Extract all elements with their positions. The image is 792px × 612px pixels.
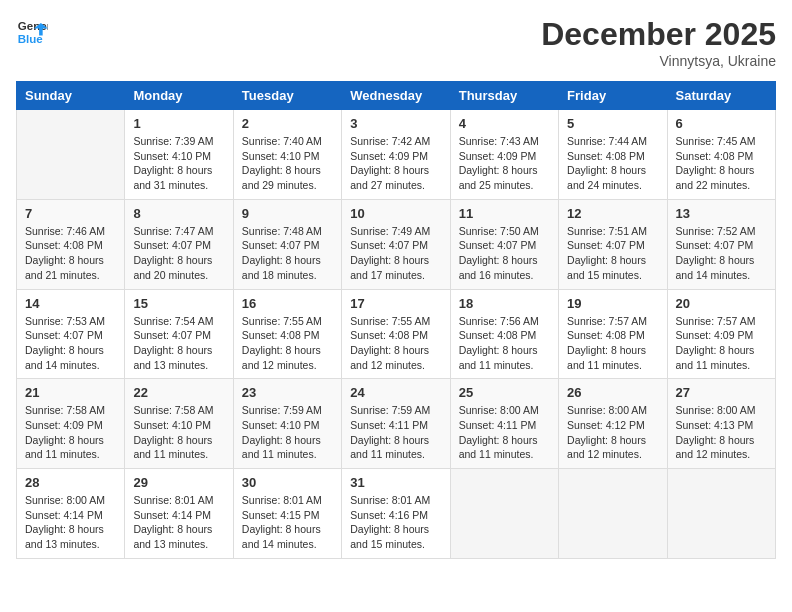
day-info: Sunrise: 7:53 AMSunset: 4:07 PMDaylight:… (25, 314, 116, 373)
day-info: Sunrise: 7:39 AMSunset: 4:10 PMDaylight:… (133, 134, 224, 193)
weekday-header-monday: Monday (125, 82, 233, 110)
calendar-cell: 14Sunrise: 7:53 AMSunset: 4:07 PMDayligh… (17, 289, 125, 379)
calendar-cell: 2Sunrise: 7:40 AMSunset: 4:10 PMDaylight… (233, 110, 341, 200)
day-number: 23 (242, 385, 333, 400)
day-info: Sunrise: 7:45 AMSunset: 4:08 PMDaylight:… (676, 134, 767, 193)
calendar-cell: 29Sunrise: 8:01 AMSunset: 4:14 PMDayligh… (125, 469, 233, 559)
day-info: Sunrise: 7:48 AMSunset: 4:07 PMDaylight:… (242, 224, 333, 283)
calendar-cell: 6Sunrise: 7:45 AMSunset: 4:08 PMDaylight… (667, 110, 775, 200)
calendar-cell: 5Sunrise: 7:44 AMSunset: 4:08 PMDaylight… (559, 110, 667, 200)
day-info: Sunrise: 7:43 AMSunset: 4:09 PMDaylight:… (459, 134, 550, 193)
calendar-cell: 15Sunrise: 7:54 AMSunset: 4:07 PMDayligh… (125, 289, 233, 379)
day-info: Sunrise: 7:58 AMSunset: 4:09 PMDaylight:… (25, 403, 116, 462)
calendar-cell: 20Sunrise: 7:57 AMSunset: 4:09 PMDayligh… (667, 289, 775, 379)
day-info: Sunrise: 7:57 AMSunset: 4:08 PMDaylight:… (567, 314, 658, 373)
day-number: 16 (242, 296, 333, 311)
day-number: 2 (242, 116, 333, 131)
day-number: 12 (567, 206, 658, 221)
week-row-2: 7Sunrise: 7:46 AMSunset: 4:08 PMDaylight… (17, 199, 776, 289)
day-info: Sunrise: 7:44 AMSunset: 4:08 PMDaylight:… (567, 134, 658, 193)
day-number: 14 (25, 296, 116, 311)
day-info: Sunrise: 7:40 AMSunset: 4:10 PMDaylight:… (242, 134, 333, 193)
day-number: 21 (25, 385, 116, 400)
day-info: Sunrise: 8:01 AMSunset: 4:16 PMDaylight:… (350, 493, 441, 552)
day-number: 15 (133, 296, 224, 311)
calendar-cell: 24Sunrise: 7:59 AMSunset: 4:11 PMDayligh… (342, 379, 450, 469)
calendar-cell: 26Sunrise: 8:00 AMSunset: 4:12 PMDayligh… (559, 379, 667, 469)
calendar-cell: 30Sunrise: 8:01 AMSunset: 4:15 PMDayligh… (233, 469, 341, 559)
month-year-title: December 2025 (541, 16, 776, 53)
day-number: 26 (567, 385, 658, 400)
day-number: 27 (676, 385, 767, 400)
calendar-cell: 8Sunrise: 7:47 AMSunset: 4:07 PMDaylight… (125, 199, 233, 289)
day-info: Sunrise: 8:00 AMSunset: 4:11 PMDaylight:… (459, 403, 550, 462)
calendar-cell: 7Sunrise: 7:46 AMSunset: 4:08 PMDaylight… (17, 199, 125, 289)
day-info: Sunrise: 8:00 AMSunset: 4:12 PMDaylight:… (567, 403, 658, 462)
page-header: General Blue December 2025 Vinnytsya, Uk… (16, 16, 776, 69)
day-number: 19 (567, 296, 658, 311)
day-info: Sunrise: 8:01 AMSunset: 4:15 PMDaylight:… (242, 493, 333, 552)
day-number: 31 (350, 475, 441, 490)
day-number: 11 (459, 206, 550, 221)
calendar-cell: 21Sunrise: 7:58 AMSunset: 4:09 PMDayligh… (17, 379, 125, 469)
weekday-header-friday: Friday (559, 82, 667, 110)
day-number: 10 (350, 206, 441, 221)
day-info: Sunrise: 7:47 AMSunset: 4:07 PMDaylight:… (133, 224, 224, 283)
day-info: Sunrise: 7:50 AMSunset: 4:07 PMDaylight:… (459, 224, 550, 283)
weekday-header-tuesday: Tuesday (233, 82, 341, 110)
logo-icon: General Blue (16, 16, 48, 48)
day-info: Sunrise: 8:00 AMSunset: 4:13 PMDaylight:… (676, 403, 767, 462)
calendar-cell: 28Sunrise: 8:00 AMSunset: 4:14 PMDayligh… (17, 469, 125, 559)
week-row-3: 14Sunrise: 7:53 AMSunset: 4:07 PMDayligh… (17, 289, 776, 379)
calendar-cell: 3Sunrise: 7:42 AMSunset: 4:09 PMDaylight… (342, 110, 450, 200)
day-number: 7 (25, 206, 116, 221)
day-info: Sunrise: 7:58 AMSunset: 4:10 PMDaylight:… (133, 403, 224, 462)
calendar-cell: 9Sunrise: 7:48 AMSunset: 4:07 PMDaylight… (233, 199, 341, 289)
day-info: Sunrise: 7:59 AMSunset: 4:11 PMDaylight:… (350, 403, 441, 462)
location-subtitle: Vinnytsya, Ukraine (541, 53, 776, 69)
week-row-1: 1Sunrise: 7:39 AMSunset: 4:10 PMDaylight… (17, 110, 776, 200)
weekday-header-saturday: Saturday (667, 82, 775, 110)
day-number: 24 (350, 385, 441, 400)
calendar-cell: 12Sunrise: 7:51 AMSunset: 4:07 PMDayligh… (559, 199, 667, 289)
day-info: Sunrise: 8:00 AMSunset: 4:14 PMDaylight:… (25, 493, 116, 552)
calendar-cell (17, 110, 125, 200)
weekday-header-row: SundayMondayTuesdayWednesdayThursdayFrid… (17, 82, 776, 110)
day-number: 22 (133, 385, 224, 400)
day-number: 25 (459, 385, 550, 400)
day-number: 13 (676, 206, 767, 221)
day-info: Sunrise: 7:57 AMSunset: 4:09 PMDaylight:… (676, 314, 767, 373)
day-number: 6 (676, 116, 767, 131)
day-info: Sunrise: 7:59 AMSunset: 4:10 PMDaylight:… (242, 403, 333, 462)
logo: General Blue (16, 16, 48, 48)
day-info: Sunrise: 7:46 AMSunset: 4:08 PMDaylight:… (25, 224, 116, 283)
calendar-cell: 10Sunrise: 7:49 AMSunset: 4:07 PMDayligh… (342, 199, 450, 289)
weekday-header-wednesday: Wednesday (342, 82, 450, 110)
weekday-header-thursday: Thursday (450, 82, 558, 110)
day-number: 28 (25, 475, 116, 490)
calendar-cell: 23Sunrise: 7:59 AMSunset: 4:10 PMDayligh… (233, 379, 341, 469)
calendar-cell: 31Sunrise: 8:01 AMSunset: 4:16 PMDayligh… (342, 469, 450, 559)
day-info: Sunrise: 7:42 AMSunset: 4:09 PMDaylight:… (350, 134, 441, 193)
day-number: 4 (459, 116, 550, 131)
calendar-cell: 27Sunrise: 8:00 AMSunset: 4:13 PMDayligh… (667, 379, 775, 469)
day-info: Sunrise: 7:55 AMSunset: 4:08 PMDaylight:… (242, 314, 333, 373)
calendar-cell: 16Sunrise: 7:55 AMSunset: 4:08 PMDayligh… (233, 289, 341, 379)
day-number: 29 (133, 475, 224, 490)
day-number: 5 (567, 116, 658, 131)
day-number: 8 (133, 206, 224, 221)
title-section: December 2025 Vinnytsya, Ukraine (541, 16, 776, 69)
day-number: 1 (133, 116, 224, 131)
day-info: Sunrise: 7:54 AMSunset: 4:07 PMDaylight:… (133, 314, 224, 373)
calendar-cell: 17Sunrise: 7:55 AMSunset: 4:08 PMDayligh… (342, 289, 450, 379)
day-number: 20 (676, 296, 767, 311)
calendar-cell: 11Sunrise: 7:50 AMSunset: 4:07 PMDayligh… (450, 199, 558, 289)
calendar-cell: 1Sunrise: 7:39 AMSunset: 4:10 PMDaylight… (125, 110, 233, 200)
day-info: Sunrise: 7:52 AMSunset: 4:07 PMDaylight:… (676, 224, 767, 283)
day-number: 18 (459, 296, 550, 311)
calendar-cell (559, 469, 667, 559)
calendar-cell: 13Sunrise: 7:52 AMSunset: 4:07 PMDayligh… (667, 199, 775, 289)
calendar-cell: 25Sunrise: 8:00 AMSunset: 4:11 PMDayligh… (450, 379, 558, 469)
day-number: 9 (242, 206, 333, 221)
day-info: Sunrise: 7:51 AMSunset: 4:07 PMDaylight:… (567, 224, 658, 283)
